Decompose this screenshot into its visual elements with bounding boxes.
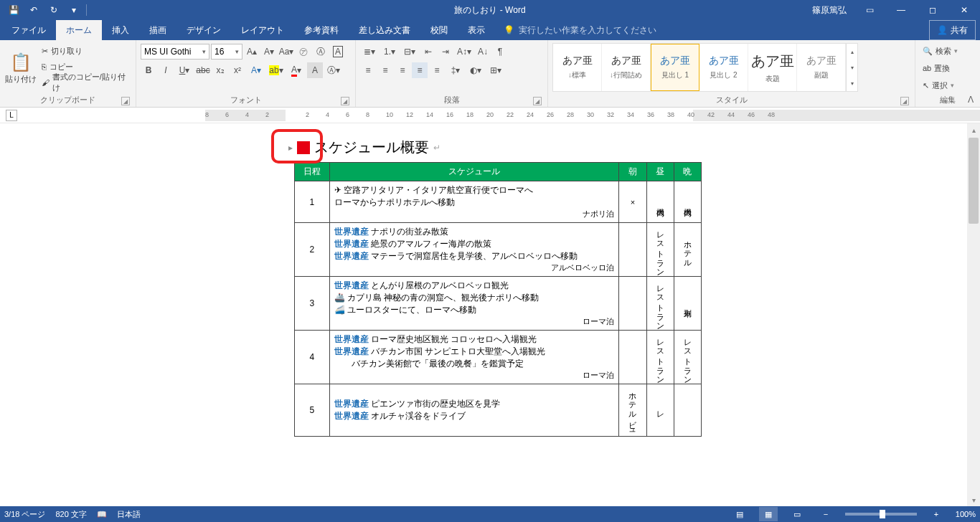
ruby-icon: ㋐ [299,46,308,58]
user-name[interactable]: 篠原篤弘 [805,4,854,16]
show-marks-button[interactable]: ¶ [492,44,508,60]
italic-button[interactable]: I [158,62,174,78]
tab-mailings[interactable]: 差し込み文書 [349,20,420,40]
collapse-ribbon-button[interactable]: ᐱ [964,94,977,105]
gallery-up[interactable]: ▴ [847,44,857,60]
align-right-button[interactable]: ≡ [395,62,410,78]
ruler-tick: 12 [406,111,413,118]
ruler-tick: 30 [587,111,594,118]
tab-design[interactable]: デザイン [176,20,231,40]
text-direction-button[interactable]: A↕▾ [455,44,473,60]
clear-format-button[interactable]: Ⓐ [313,44,329,60]
style-heading1[interactable]: あア亜見出し 1 [651,44,699,91]
redo-button[interactable]: ↻ [44,1,63,19]
font-name-combo[interactable]: MS UI Gothi▾ [141,44,209,60]
style-title[interactable]: あア亜表題 [748,44,797,91]
tab-file[interactable]: ファイル [1,20,56,40]
tab-draw[interactable]: 描画 [139,20,176,40]
font-size-combo[interactable]: 16▾ [211,44,242,60]
line-spacing-button[interactable]: ‡▾ [446,62,465,78]
paragraph-launcher[interactable]: ◢ [533,97,542,105]
sort-button[interactable]: A↓ [475,44,491,60]
paste-label: 貼り付け [5,74,37,85]
enclose-chars-button[interactable]: A [330,44,346,60]
multilevel-button[interactable]: ⊟▾ [400,44,419,60]
underline-button[interactable]: U▾ [175,62,194,78]
clipboard-launcher[interactable]: ◢ [121,97,130,105]
tab-references[interactable]: 参考資料 [294,20,349,40]
shrink-font-button[interactable]: A▾ [261,44,277,60]
style-normal[interactable]: あア亜↓標準 [553,44,602,91]
shading-button[interactable]: ◐▾ [466,62,485,78]
tab-view[interactable]: 表示 [458,20,495,40]
ribbon-options-button[interactable]: ▭ [854,0,885,20]
font-size-value: 16 [215,47,224,57]
strike-button[interactable]: abc [195,62,211,78]
grow-font-button[interactable]: A▴ [244,44,260,60]
tab-selector[interactable]: L [6,110,17,121]
subscript-button[interactable]: x₂ [212,62,228,78]
window-title: 旅のしおり - Word [454,4,525,16]
increase-indent-button[interactable]: ⇥ [438,44,453,60]
brush-icon: 🖌 [42,78,50,87]
ribbon: 📋 貼り付け ✂切り取り ⎘コピー 🖌書式のコピー/貼り付け クリップボード◢ … [0,40,980,108]
font-launcher[interactable]: ◢ [341,97,349,105]
share-icon: 👤 [937,25,948,35]
style-nospacing[interactable]: あア亜↓行間詰め [602,44,651,91]
bold-button[interactable]: B [141,62,156,78]
undo-button[interactable]: ↶ [24,1,43,19]
paste-button[interactable]: 📋 貼り付け [4,43,37,93]
save-button[interactable]: 💾 [4,1,23,19]
replace-button[interactable]: ab置換 [920,60,976,76]
group-editing: 🔍検索▾ ab置換 ↖選択▾ 編集 ᐱ [915,40,980,107]
gallery-down[interactable]: ▾ [847,60,857,75]
align-left-button[interactable]: ≡ [360,62,376,78]
group-styles-label: スタイル [716,95,748,104]
ruler-tick: 6 [225,111,229,118]
numbering-button[interactable]: 1.▾ [380,44,399,60]
phonetic-guide-button[interactable]: ㋐ [296,44,311,60]
ruler-tick: 16 [446,111,453,118]
eraser-icon: Ⓐ [316,46,325,58]
qat-customize[interactable]: ▾ [65,1,83,19]
ruler-tick: 46 [748,111,755,118]
char-border-button[interactable]: Ⓐ▾ [324,62,343,78]
ruler-tick: 14 [426,111,433,118]
tab-home[interactable]: ホーム [56,20,102,40]
cut-button[interactable]: ✂切り取り [39,43,131,59]
share-button[interactable]: 👤 共有 [929,20,976,40]
ruler-tick: 22 [507,111,514,118]
gallery-expand[interactable]: ▾ [847,75,857,91]
decrease-indent-button[interactable]: ⇤ [420,44,436,60]
change-case-button[interactable]: Aa▾ [278,44,294,60]
group-font-label: フォント [230,95,262,104]
highlight-button[interactable]: ab▾ [267,62,286,78]
tell-me[interactable]: 💡 実行したい作業を入力してください [495,20,665,40]
find-button[interactable]: 🔍検索▾ [920,43,976,59]
borders-button[interactable]: ⊞▾ [486,62,505,78]
style-heading2[interactable]: あア亜見出し 2 [699,44,748,91]
format-painter-button[interactable]: 🖌書式のコピー/貼り付け [39,75,131,90]
tab-layout[interactable]: レイアウト [231,20,294,40]
align-center-button[interactable]: ≡ [377,62,393,78]
horizontal-ruler[interactable]: 8642246810121416182022242628303234363840… [205,110,980,121]
styles-launcher[interactable]: ◢ [900,97,909,105]
tab-insert[interactable]: 挿入 [102,20,139,40]
bullets-button[interactable]: ≣▾ [360,44,379,60]
select-label: 選択 [932,80,948,91]
tab-review[interactable]: 校閲 [420,20,458,40]
justify-button[interactable]: ≡ [412,62,428,78]
char-shading-button[interactable]: A [307,62,323,78]
maximize-button[interactable]: ◻ [917,0,948,20]
group-font: MS UI Gothi▾ 16▾ A▴ A▾ Aa▾ ㋐ Ⓐ A B I U▾ … [136,40,356,107]
distributed-button[interactable]: ≡ [429,62,445,78]
group-paragraph-label: 段落 [444,95,460,104]
select-button[interactable]: ↖選択▾ [920,77,976,93]
close-button[interactable]: ✕ [948,0,980,20]
font-color-button[interactable]: A▾ [287,62,306,78]
minimize-button[interactable]: — [885,0,917,20]
text-effects-button[interactable]: A▾ [247,62,265,78]
superscript-button[interactable]: x² [230,62,245,78]
ribbon-tabs: ファイル ホーム 挿入 描画 デザイン レイアウト 参考資料 差し込み文書 校閲… [0,20,980,40]
style-subtitle[interactable]: あア亜副題 [797,44,846,91]
